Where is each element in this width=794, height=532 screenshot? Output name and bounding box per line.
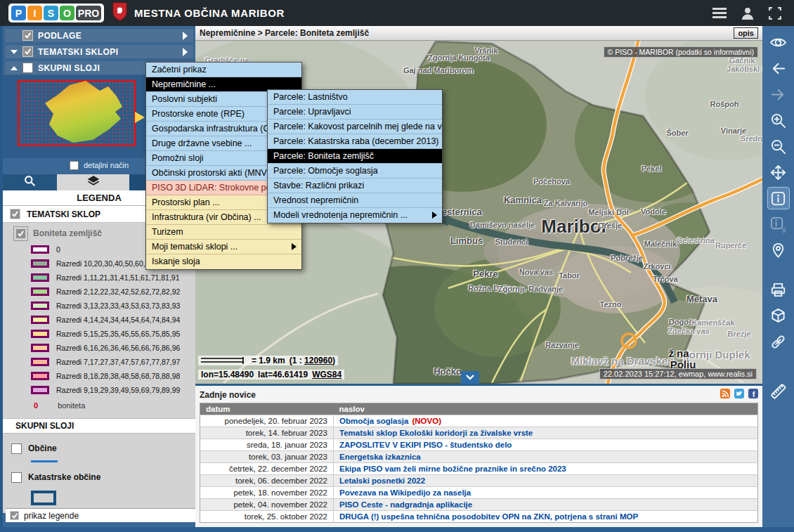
back-arrow-icon[interactable]	[768, 58, 789, 79]
detail-mode-checkbox[interactable]	[70, 161, 79, 170]
coordinates-readout: lon=15.48490 lat=46.61419 WGS84	[198, 370, 344, 379]
facebook-icon[interactable]: f	[748, 389, 758, 401]
layers-icon	[87, 175, 100, 190]
twitter-icon[interactable]	[734, 389, 744, 401]
submenu-item[interactable]: Modeli vrednotenja nepremičnin ...	[268, 208, 442, 223]
boniteta-value: 0	[34, 401, 38, 410]
chevron-down-icon	[466, 375, 474, 380]
zoom-out-icon[interactable]	[768, 136, 789, 157]
sidebar-section-podlage[interactable]: PODLAGE	[4, 28, 194, 43]
podlage-checkbox[interactable]	[22, 30, 33, 41]
legend-class-label: Razredi 4,14,24,34,44,54,64,74,84,94	[56, 316, 180, 324]
submenu-item[interactable]: Stavbe: Različni prikazi	[268, 179, 442, 193]
legend-layer-label: Boniteta zemljišč	[33, 228, 102, 238]
menu-item[interactable]: Moji tematski sklopi ...	[146, 240, 301, 254]
eye-icon[interactable]	[768, 32, 789, 53]
news-link[interactable]: Energetska izkaznica	[339, 453, 421, 461]
katastrske-checkbox[interactable]	[11, 472, 22, 483]
obcine-checkbox[interactable]	[11, 443, 22, 454]
datum-link[interactable]: WGS84	[312, 370, 341, 379]
menu-item-label: Prostorske enote (RPE)	[152, 109, 245, 119]
boniteta-layer-checkbox[interactable]	[15, 228, 26, 239]
skupni-sloji-checkbox[interactable]	[22, 63, 33, 73]
legend-class-swatch	[31, 372, 49, 380]
rss-icon[interactable]	[720, 389, 730, 401]
detail-mode-label: detajlni način	[84, 161, 129, 169]
news-column-datum[interactable]: datum	[200, 403, 334, 415]
user-icon[interactable]	[741, 6, 755, 20]
news-link[interactable]: Ekipa PISO vam želi mirne božične prazni…	[339, 465, 566, 473]
submenu-item[interactable]: Parcele: Upravljavci	[268, 105, 442, 119]
map-attribution: 22.02.2023 15:27:12, ewmap, www.realis.s…	[599, 368, 757, 379]
opis-button[interactable]: opis	[734, 27, 758, 39]
news-row: ponedeljek, 20. februar 2023Območja sogl…	[200, 415, 758, 427]
menu-item[interactable]: Začetni prikaz	[146, 63, 301, 77]
news-title-cell: PISO Ceste - nadgradnja aplikacije	[334, 499, 758, 511]
info-icon[interactable]	[768, 188, 789, 209]
cube-3d-icon[interactable]	[768, 305, 789, 326]
tematski-sklopi-checkbox[interactable]	[22, 46, 33, 57]
menu-item-label: Začetni prikaz	[152, 65, 207, 74]
fullscreen-icon[interactable]	[769, 7, 781, 20]
logo-letter: S	[44, 6, 58, 20]
menu-icon[interactable]	[712, 8, 727, 19]
logo-pro-label: PRO	[76, 6, 101, 20]
info-group-icon: g	[768, 214, 789, 235]
prikaz-legende-checkbox[interactable]	[10, 511, 19, 520]
shared-layer-obcine: Občine	[3, 439, 195, 458]
legend-class-swatch	[31, 316, 49, 324]
tab-search[interactable]	[3, 174, 57, 190]
submenu-item[interactable]: Parcele: Kakovost parcelnih mej glede na…	[268, 119, 442, 134]
news-link[interactable]: Letalski posnetki 2022	[339, 476, 425, 485]
submenu-item[interactable]: Vrednost nepremičnin	[268, 193, 442, 208]
news-link[interactable]: Povezava na Wikipedijo za naselja	[339, 488, 471, 497]
news-link[interactable]: Tematski sklop Ekološki koridorji za živ…	[339, 429, 533, 437]
menu-item[interactable]: Iskanje sloja	[146, 254, 301, 269]
legend-class-row: Razredi 4,14,24,34,44,54,64,74,84,94	[3, 313, 195, 327]
news-date: petek, 18. november 2022	[200, 487, 334, 499]
legend-class-row: Razredi 6,16,26,36,46,56,66,76,86,96	[3, 341, 195, 355]
submenu-item[interactable]: Parcele: Območje soglasja	[268, 164, 442, 179]
chevron-up-icon[interactable]	[11, 66, 18, 70]
news-date: ponedeljek, 20. februar 2023	[200, 415, 334, 427]
menu-item[interactable]: Turizem	[146, 225, 301, 240]
scale-bar: = 1.9 km (1 : 120960)	[198, 356, 338, 365]
map-watermark: © PISO - MARIBOR (podatki so informativn…	[604, 46, 758, 58]
news-link[interactable]: ZAPOSLITEV V EKIPI PISO - študentsko del…	[339, 441, 512, 449]
submenu-item[interactable]: Parcele: Boniteta zemljišč	[268, 149, 442, 164]
ruler-icon[interactable]	[768, 380, 789, 401]
pan-icon[interactable]	[768, 162, 789, 183]
map-toolbar: g	[762, 26, 794, 532]
chevron-down-icon[interactable]	[11, 50, 18, 54]
legend-class-swatch	[31, 245, 49, 254]
panel-collapse-button[interactable]	[461, 371, 479, 384]
scale-ratio[interactable]: (1 : 120960)	[289, 356, 335, 365]
link-icon[interactable]	[768, 331, 789, 352]
news-row: torek, 03. januar 2023Energetska izkazni…	[200, 451, 758, 463]
menu-item-label: Poslovni subjekti	[152, 94, 217, 104]
news-link[interactable]: DRUGA (!) uspešna tehnična posodobitev O…	[339, 512, 638, 521]
submenu-item-label: Stavbe: Različni prikazi	[273, 181, 364, 190]
piso-logo[interactable]: P I S O PRO	[8, 4, 104, 22]
legend-class-swatch	[31, 301, 49, 310]
tab-legend[interactable]	[57, 174, 129, 190]
submenu-item[interactable]: Parcele: Lastništvo	[268, 90, 442, 105]
submenu-item[interactable]: Parcele: Katastrska raba (december 2013)	[268, 134, 442, 149]
sidebar-section-tematski-sklopi[interactable]: TEMATSKI SKLOPI	[4, 44, 194, 59]
news-rows: ponedeljek, 20. februar 2023Območja sogl…	[200, 415, 758, 523]
news-date: torek, 25. oktober 2022	[200, 511, 334, 523]
location-pin-icon[interactable]	[768, 240, 789, 261]
print-icon[interactable]	[768, 279, 789, 300]
svg-text:g: g	[782, 226, 786, 233]
legend-class-row: Razredi 1,11,21,31,41,51,61,71,81,91	[3, 271, 195, 285]
zoom-in-icon[interactable]	[768, 110, 789, 131]
news-row: petek, 04. november 2022PISO Ceste - nad…	[200, 499, 758, 511]
news-link[interactable]: PISO Ceste - nadgradnja aplikacije	[339, 500, 472, 509]
legend-class-label: Razredi 7,17,27,37,47,57,67,77,87,97	[56, 358, 180, 366]
news-date: sreda, 18. januar 2023	[200, 439, 334, 451]
tematski-sklop-checkbox[interactable]	[10, 209, 20, 219]
search-icon	[24, 175, 36, 190]
legend-class-row: Razredi 5,15,25,35,45,55,65,75,85,95	[3, 327, 195, 341]
news-link[interactable]: Območja soglasja	[339, 417, 408, 425]
news-column-naslov[interactable]: naslov	[334, 403, 758, 415]
